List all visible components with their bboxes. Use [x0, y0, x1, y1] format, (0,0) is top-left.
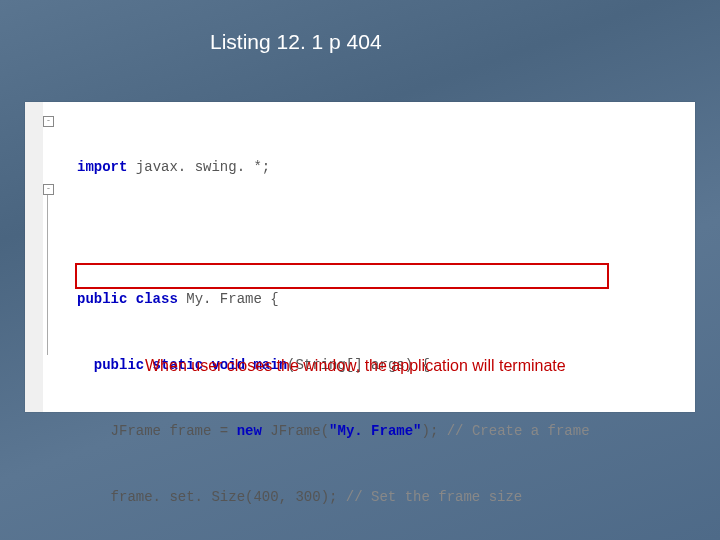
fold-icon: -: [43, 184, 54, 195]
code-line: frame. set. Size(400, 300); // Set the f…: [77, 486, 640, 508]
code-line: JFrame frame = new JFrame("My. Frame"); …: [77, 420, 640, 442]
code-line: import javax. swing. *;: [77, 156, 640, 178]
code-line: public class My. Frame {: [77, 288, 640, 310]
fold-line: [47, 195, 48, 355]
annotation-caption: When user closes the window, the applica…: [145, 357, 566, 375]
code-line: [77, 222, 640, 244]
code-listing-panel: - - import javax. swing. *; public class…: [25, 102, 695, 412]
editor-gutter: [25, 102, 44, 412]
slide-title: Listing 12. 1 p 404: [210, 30, 382, 54]
code-content: import javax. swing. *; public class My.…: [77, 112, 640, 540]
fold-column: - -: [43, 102, 73, 412]
fold-icon: -: [43, 116, 54, 127]
